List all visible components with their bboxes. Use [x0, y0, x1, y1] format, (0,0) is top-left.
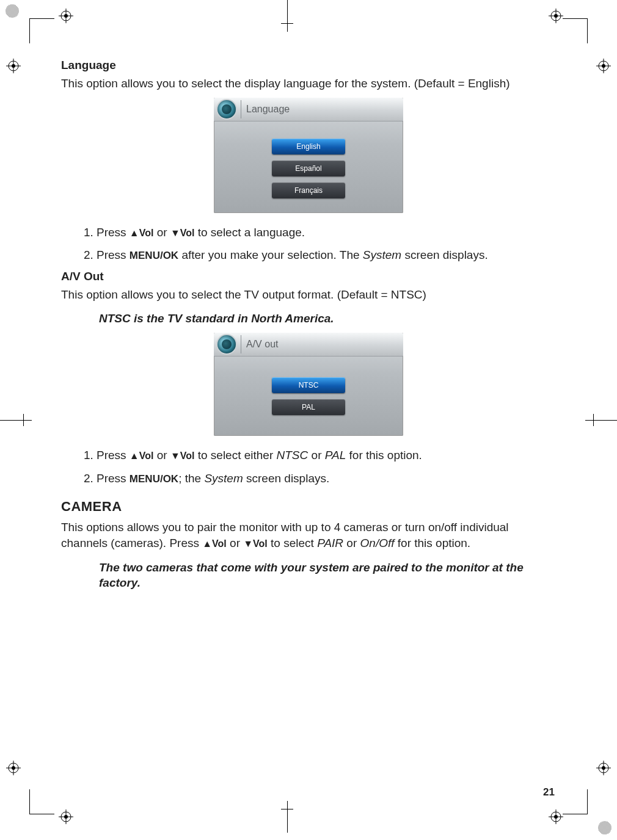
osd-avout-screenshot: A/V out NTSC PAL	[214, 333, 403, 436]
text: Press	[97, 449, 130, 462]
crop-mark-icon	[574, 420, 617, 421]
vol-up-key: ▲Vol	[130, 228, 154, 238]
crop-mark-icon	[287, 790, 288, 833]
svg-point-4	[551, 11, 561, 21]
text: ; the	[178, 472, 204, 485]
text: Press	[97, 226, 130, 239]
svg-point-14	[9, 763, 18, 773]
svg-point-5	[554, 14, 558, 18]
menu-ok-key: MENU/OK	[130, 473, 178, 485]
svg-point-13	[602, 64, 605, 68]
divider	[241, 335, 241, 353]
registration-mark-icon	[549, 809, 563, 824]
heading-language: Language	[61, 59, 556, 72]
text-avout-intro: This option allows you to select the TV …	[61, 287, 556, 303]
svg-point-9	[554, 815, 558, 819]
text: to select either	[198, 449, 277, 462]
heading-avout: A/V Out	[61, 270, 556, 283]
text: to select a language.	[198, 226, 305, 239]
osd-body: English Español Français	[214, 121, 403, 213]
vol-down-key: ▼Vol	[170, 451, 195, 461]
svg-point-2	[61, 11, 71, 21]
steps-avout: Press ▲Vol or ▼Vol to select either NTSC…	[61, 447, 556, 487]
osd-title: A/V out	[246, 339, 278, 350]
svg-point-17	[602, 766, 605, 770]
registration-mark-icon	[6, 761, 21, 775]
text: after you make your selection. The	[181, 248, 362, 261]
vol-down-key: ▼Vol	[170, 228, 195, 238]
svg-point-11	[12, 64, 15, 68]
step-item: Press MENU/OK; the System screen display…	[97, 470, 556, 487]
menu-ok-key: MENU/OK	[130, 250, 178, 261]
text: or	[346, 537, 360, 549]
text-italic: PAL	[325, 449, 346, 462]
registration-mark-icon	[59, 9, 73, 23]
osd-body: NTSC PAL	[214, 357, 403, 436]
osd-option-espanol: Español	[272, 161, 345, 176]
gear-icon	[217, 100, 236, 118]
crop-mark-icon	[0, 420, 43, 421]
text: Press	[97, 472, 130, 485]
crop-mark-icon	[563, 789, 588, 814]
page-number: 21	[543, 786, 555, 798]
registration-mark-icon	[549, 9, 563, 23]
text: or	[312, 449, 325, 462]
crop-mark-icon	[563, 18, 588, 43]
text-italic: On/Off	[360, 537, 395, 549]
registration-corner-icon	[5, 4, 20, 18]
heading-camera: CAMERA	[61, 499, 556, 515]
page-content: Language This option allows you to selec…	[61, 59, 556, 597]
svg-point-6	[61, 812, 71, 822]
text: or	[230, 537, 243, 549]
registration-mark-icon	[596, 59, 611, 73]
text-language-intro: This option allows you to select the dis…	[61, 76, 556, 92]
osd-header: A/V out	[214, 333, 403, 357]
osd-header: Language	[214, 98, 403, 121]
text: to select	[271, 537, 317, 549]
text: for this option.	[398, 537, 470, 549]
text: Press	[97, 248, 130, 261]
steps-language: Press ▲Vol or ▼Vol to select a language.…	[61, 224, 556, 264]
crop-mark-icon	[29, 789, 54, 814]
text: or	[157, 226, 170, 239]
text-italic: System	[204, 472, 243, 485]
text: or	[157, 449, 170, 462]
osd-option-ntsc: NTSC	[272, 377, 345, 393]
osd-language-screenshot: Language English Español Français	[214, 98, 403, 213]
text-italic: PAIR	[317, 537, 343, 549]
osd-option-francais: Français	[272, 183, 345, 198]
svg-point-3	[64, 14, 68, 18]
registration-mark-icon	[6, 59, 21, 73]
text: screen displays.	[243, 472, 330, 485]
step-item: Press ▲Vol or ▼Vol to select either NTSC…	[97, 447, 556, 464]
crop-mark-icon	[287, 0, 288, 43]
osd-title: Language	[246, 104, 290, 115]
step-item: Press ▲Vol or ▼Vol to select a language.	[97, 224, 556, 241]
vol-up-key: ▲Vol	[202, 538, 227, 549]
osd-option-english: English	[272, 139, 345, 154]
text-camera-intro: This options allows you to pair the moni…	[61, 520, 556, 551]
registration-mark-icon	[59, 809, 73, 824]
text-italic: NTSC	[277, 449, 308, 462]
vol-down-key: ▼Vol	[243, 538, 268, 549]
text-italic: System	[363, 248, 401, 261]
divider	[241, 100, 241, 118]
step-item: Press MENU/OK after you make your select…	[97, 247, 556, 264]
svg-point-12	[599, 61, 608, 71]
crop-mark-icon	[29, 18, 54, 43]
svg-point-16	[599, 763, 608, 773]
gear-icon	[217, 335, 236, 353]
osd-option-pal: PAL	[272, 399, 345, 415]
svg-point-0	[5, 4, 19, 18]
note-avout: NTSC is the TV standard in North America…	[99, 311, 539, 327]
text: for this option.	[349, 449, 422, 462]
svg-point-1	[598, 821, 612, 835]
svg-point-15	[12, 766, 15, 770]
registration-mark-icon	[596, 761, 611, 775]
text: screen displays.	[404, 248, 487, 261]
svg-point-7	[64, 815, 68, 819]
note-camera: The two cameras that come with your syst…	[99, 560, 539, 591]
svg-point-10	[9, 61, 18, 71]
vol-up-key: ▲Vol	[130, 451, 154, 461]
registration-corner-icon	[597, 820, 612, 835]
